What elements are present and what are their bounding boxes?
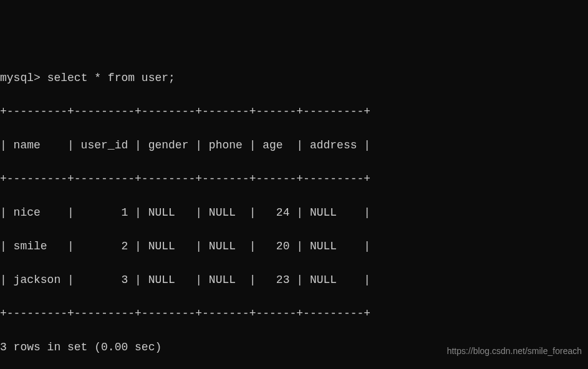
table1-row-0: | nice | 1 | NULL | NULL | 24 | NULL | xyxy=(0,204,588,221)
table1-border-top: +---------+---------+--------+-------+--… xyxy=(0,103,588,120)
table1-border-mid: +---------+---------+--------+-------+--… xyxy=(0,171,588,188)
table1-row-1: | smile | 2 | NULL | NULL | 20 | NULL | xyxy=(0,238,588,255)
table1-header: | name | user_id | gender | phone | age … xyxy=(0,137,588,154)
table1-row-2: | jackson | 3 | NULL | NULL | 23 | NULL … xyxy=(0,272,588,289)
sql-query-select-1: select * from user; xyxy=(47,72,175,84)
table1-border-bot: +---------+---------+--------+-------+--… xyxy=(0,305,588,322)
watermark-url: https://blog.csdn.net/smile_foreach xyxy=(447,345,582,358)
mysql-prompt: mysql> xyxy=(0,72,41,84)
prompt-line-1: mysql> select * from user; xyxy=(0,70,588,87)
